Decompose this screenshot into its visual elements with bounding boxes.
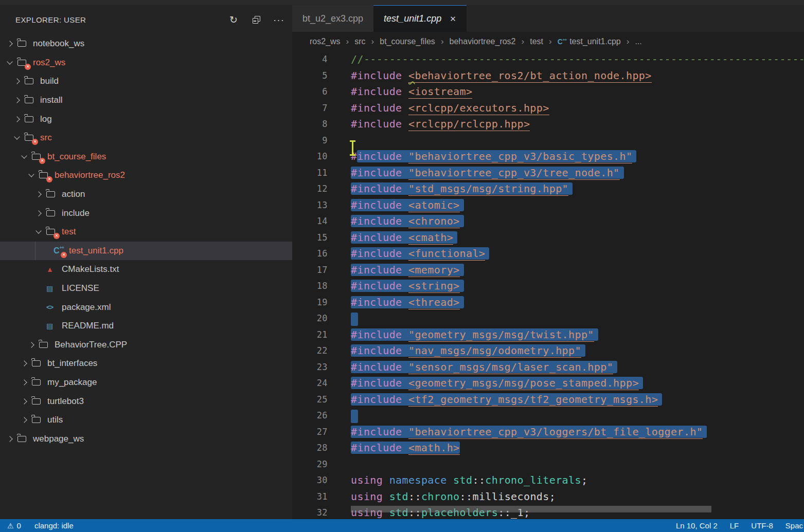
code-line-content[interactable]: //--------------------------------------… [351,51,804,68]
indentation-indicator[interactable]: Spac [785,521,803,530]
tree-item-bt-interfaces[interactable]: bt_interfaces [0,354,292,373]
chevron-right-icon[interactable] [28,336,39,355]
tree-item-readme-md[interactable]: ▤README.md [0,317,292,336]
tree-item-label: test_unit1.cpp [69,246,123,256]
breadcrumb-item-test[interactable]: test [530,37,543,46]
tree-item-license[interactable]: ▤LICENSE [0,279,292,298]
chevron-down-icon[interactable] [28,166,39,185]
tree-item-bt-course-files[interactable]: ✕bt_course_files [0,148,292,167]
code-line-content[interactable]: using namespace std::chrono_literals; [351,472,804,489]
tree-item-notebook-ws[interactable]: notebook_ws [0,34,292,53]
code-line-content[interactable]: #include <rclcpp/rclcpp.hpp> [351,116,804,133]
chevron-right-icon[interactable] [21,354,32,373]
tree-item-label: CMakeLists.txt [62,264,119,274]
code-line-content[interactable]: #include <behaviortree_ros2/bt_action_no… [351,68,804,84]
chevron-right-icon[interactable] [35,185,46,204]
chevron-down-icon[interactable] [6,53,17,72]
code-token: <cmath> [408,231,453,245]
encoding-indicator[interactable]: UTF-8 [751,521,773,530]
code-line-content[interactable] [351,456,804,473]
breadcrumb-item-ros2_ws[interactable]: ros2_ws [310,37,341,46]
tree-item-test[interactable]: ✕test [0,223,292,242]
code-line-content[interactable]: #include "geometry_msgs/msg/twist.hpp" [351,327,804,343]
code-line-content[interactable]: #include <cmath> [351,230,804,246]
chevron-right-icon[interactable] [13,91,25,110]
breadcrumb-more[interactable]: ... [635,37,641,46]
code-line-content[interactable]: #include <memory> [351,262,804,279]
horizontal-scrollbar[interactable] [351,506,711,512]
code-line-content[interactable]: #include <rclcpp/executors.hpp> [351,100,804,117]
tree-item-action[interactable]: action [0,185,292,204]
explorer-actions: ↻ ··· [228,15,284,25]
tree-item-my-package[interactable]: my_package [0,373,292,392]
tree-item-src[interactable]: ✕src [0,129,292,148]
chevron-down-icon[interactable] [35,223,46,242]
code-line-content[interactable]: #include "std_msgs/msg/string.hpp" [351,181,804,197]
collapse-folders-icon[interactable] [251,15,261,25]
chevron-right-icon[interactable] [21,411,32,430]
code-line-content[interactable]: #include "behaviortree_cpp_v3/loggers/bt… [351,424,804,441]
code-line-content[interactable]: #include <math.h> [351,440,804,456]
tree-item-label: ros2_ws [33,58,65,68]
tree-item-utils[interactable]: utils [0,411,292,430]
code-line: 16#include <functional> [292,246,804,262]
code-line-content[interactable]: #include <chrono> [351,213,804,230]
code-line-content[interactable]: using std::chrono::milliseconds; [351,489,804,505]
book-icon: ▤ [46,321,59,331]
tab-test_unit1-cpp[interactable]: test_unit1.cpp ✕ [373,5,467,32]
chevron-right-icon[interactable] [35,204,46,223]
code-line-content[interactable]: #include <functional> [351,246,804,262]
code-line-content[interactable] [351,408,804,424]
breadcrumb-item-bt_course_files[interactable]: bt_course_files [380,37,435,46]
breadcrumb-item-file[interactable]: test_unit1.cpp [569,37,621,46]
code-line-content[interactable]: #include <atomic> [351,197,804,214]
tree-item-package-xml[interactable]: <>package.xml [0,298,292,317]
tree-item-behaviortree-cpp[interactable]: BehaviorTree.CPP [0,336,292,355]
tree-item-cmakelists-txt[interactable]: ▲CMakeLists.txt [0,260,292,279]
selection-highlight: #include <memory> [351,264,464,276]
tab-bt_u2_ex3-cpp[interactable]: bt_u2_ex3.cpp [292,5,373,32]
chevron-down-icon[interactable] [13,129,25,148]
tree-item-behaviortree-ros2[interactable]: ✕behaviortree_ros2 [0,166,292,185]
close-tab-icon[interactable]: ✕ [450,14,456,24]
code-line-content[interactable]: #include <thread> [351,295,804,311]
chevron-right-icon[interactable] [13,72,25,91]
tree-item-turtlebot3[interactable]: turtlebot3 [0,392,292,411]
code-line-content[interactable] [351,133,804,149]
code-line-content[interactable]: #include "sensor_msgs/msg/laser_scan.hpp… [351,359,804,376]
code-line-content[interactable]: #include <iostream> [351,84,804,100]
eol-indicator[interactable]: LF [730,521,739,530]
code-line-content[interactable]: #include "nav_msgs/msg/odometry.hpp" [351,343,804,359]
more-actions-icon[interactable]: ··· [274,15,284,25]
tree-item-log[interactable]: log [0,109,292,129]
chevron-down-icon[interactable] [21,148,32,167]
tree-item-build[interactable]: build [0,72,292,91]
tree-item-include[interactable]: include [0,204,292,223]
cursor-position[interactable]: Ln 10, Col 2 [676,521,718,530]
code-editor[interactable]: 4//-------------------------------------… [292,51,804,519]
code-line-content[interactable]: #include "behaviortree_cpp_v3/basic_type… [351,149,804,165]
chevron-right-icon[interactable] [21,392,32,411]
clangd-status[interactable]: clangd: idle [34,521,74,530]
chevron-right-icon[interactable] [21,373,32,392]
chevron-right-icon[interactable] [6,34,17,53]
explorer-header: EXPLORER: USER ↻ ··· [0,5,292,34]
tree-item-label: action [62,189,85,199]
tree-item-webpage-ws[interactable]: webpage_ws [0,429,292,448]
chevron-right-icon[interactable] [13,109,25,129]
tree-item-ros2-ws[interactable]: ✕ros2_ws [0,53,292,72]
chevron-right-icon[interactable] [6,429,17,448]
selection-highlight: #include "geometry_msgs/msg/twist.hpp" [351,328,598,341]
tree-item-test-unit1-cpp[interactable]: C++✕test_unit1.cpp [0,242,292,261]
tree-item-install[interactable]: install [0,91,292,110]
code-line-content[interactable]: #include <geometry_msgs/msg/pose_stamped… [351,375,804,392]
code-line-content[interactable]: #include <string> [351,278,804,295]
code-line-content[interactable] [351,310,804,327]
problems-indicator[interactable]: ⚠ 0 [7,521,21,530]
code-line-content[interactable]: #include "behaviortree_cpp_v3/tree_node.… [351,165,804,181]
breadcrumb-item-src[interactable]: src [354,37,365,46]
breadcrumb-item-behaviortree_ros2[interactable]: behaviortree_ros2 [450,37,516,46]
refresh-explorer-icon[interactable]: ↻ [228,15,239,25]
code-line-content[interactable]: #include <tf2_geometry_msgs/tf2_geometry… [351,392,804,408]
code-token: chrono [421,490,460,503]
